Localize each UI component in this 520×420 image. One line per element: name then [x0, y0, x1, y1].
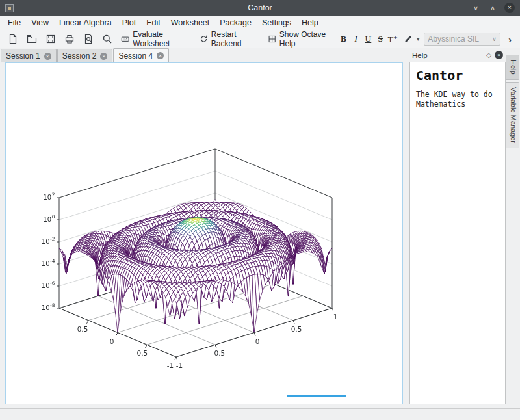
dock-tab-strip: Help Variable Manager — [506, 55, 519, 148]
print-preview-icon — [83, 34, 94, 44]
find-button[interactable] — [98, 32, 116, 46]
bold-button[interactable]: B — [338, 32, 350, 46]
tab-close-icon[interactable]: × — [44, 53, 51, 60]
tab-session-4-label: Session 4 — [118, 51, 153, 60]
window-title: Cantor — [0, 3, 520, 12]
tab-close-icon[interactable]: × — [157, 52, 164, 59]
superscript-button[interactable]: T⁺ — [387, 32, 398, 47]
tab-session-4[interactable]: Session 4 × — [113, 48, 169, 62]
restart-backend-button[interactable]: Restart Backend — [196, 28, 263, 50]
italic-button[interactable]: I — [350, 32, 361, 46]
toolbar-overflow-button[interactable]: › — [505, 34, 515, 45]
tab-close-icon[interactable]: × — [100, 53, 107, 60]
print-icon — [64, 34, 75, 44]
help-body-line1: The KDE way to do — [416, 90, 499, 99]
print-preview-button[interactable] — [79, 32, 98, 46]
help-panel: Help ◇ × Cantor The KDE way to do Mathem… — [410, 48, 506, 404]
titlebar[interactable]: Cantor ∨ ∧ × — [0, 0, 520, 16]
help-panel-title: Help — [412, 51, 428, 59]
tab-session-2-label: Session 2 — [62, 51, 97, 60]
status-bar — [0, 408, 520, 420]
close-button[interactable]: × — [504, 3, 515, 13]
open-worksheet-button[interactable] — [23, 32, 41, 46]
print-button[interactable] — [60, 32, 79, 46]
show-backend-help-label: Show Octave Help — [280, 30, 333, 48]
restart-icon — [200, 34, 208, 44]
show-backend-help-button[interactable]: Show Octave Help — [264, 28, 337, 50]
new-document-icon — [8, 34, 18, 44]
dock-tab-variable-manager[interactable]: Variable Manager — [506, 82, 519, 148]
save-worksheet-button[interactable] — [42, 32, 60, 46]
surface-plot-canvas — [10, 144, 361, 371]
menu-view[interactable]: View — [26, 16, 54, 30]
pen-icon — [403, 34, 413, 44]
session-tab-bar: Session 1 × Session 2 × Session 4 × — [0, 48, 408, 62]
maximize-button[interactable]: ∧ — [488, 3, 498, 13]
underline-button[interactable]: U — [362, 32, 374, 46]
tab-session-1[interactable]: Session 1 × — [1, 49, 57, 62]
font-family-combobox[interactable]: Abyssinica SIL ∨ — [424, 33, 500, 46]
evaluate-icon — [121, 34, 129, 44]
open-folder-icon — [27, 34, 37, 44]
app-window: Cantor ∨ ∧ × File View Linear Algebra Pl… — [0, 0, 520, 420]
font-family-value: Abyssinica SIL — [428, 34, 479, 44]
new-worksheet-button[interactable] — [4, 32, 22, 46]
toolbar: Evaluate Worksheet Restart Backend Show … — [0, 30, 520, 48]
minimize-button[interactable]: ∨ — [471, 3, 481, 13]
worksheet-cursor-line[interactable] — [287, 395, 346, 397]
pen-dropdown-icon: ▾ — [417, 36, 419, 42]
float-panel-icon[interactable]: ◇ — [486, 51, 491, 59]
worksheet-area[interactable] — [5, 62, 403, 404]
evaluate-worksheet-label: Evaluate Worksheet — [133, 30, 190, 48]
backend-help-icon — [268, 34, 276, 44]
close-panel-icon[interactable]: × — [495, 51, 503, 59]
chevron-down-icon: ∨ — [492, 36, 497, 42]
strikethrough-button[interactable]: S — [374, 32, 386, 46]
save-icon — [46, 34, 56, 44]
tab-session-1-label: Session 1 — [6, 51, 40, 60]
help-body-line2: Mathematics — [416, 99, 499, 109]
dock-tab-help[interactable]: Help — [506, 55, 519, 80]
search-icon — [102, 34, 112, 44]
text-color-button[interactable]: ▾ — [399, 32, 423, 46]
help-panel-header: Help ◇ × — [410, 48, 506, 62]
help-heading: Cantor — [416, 68, 499, 83]
menu-linear-algebra[interactable]: Linear Algebra — [54, 16, 117, 30]
restart-backend-label: Restart Backend — [211, 30, 259, 48]
evaluate-worksheet-button[interactable]: Evaluate Worksheet — [117, 28, 195, 50]
window-controls: ∨ ∧ × — [471, 3, 515, 13]
menu-file[interactable]: File — [3, 16, 26, 30]
tab-session-2[interactable]: Session 2 × — [57, 49, 113, 62]
help-panel-content: Cantor The KDE way to do Mathematics — [410, 62, 506, 404]
